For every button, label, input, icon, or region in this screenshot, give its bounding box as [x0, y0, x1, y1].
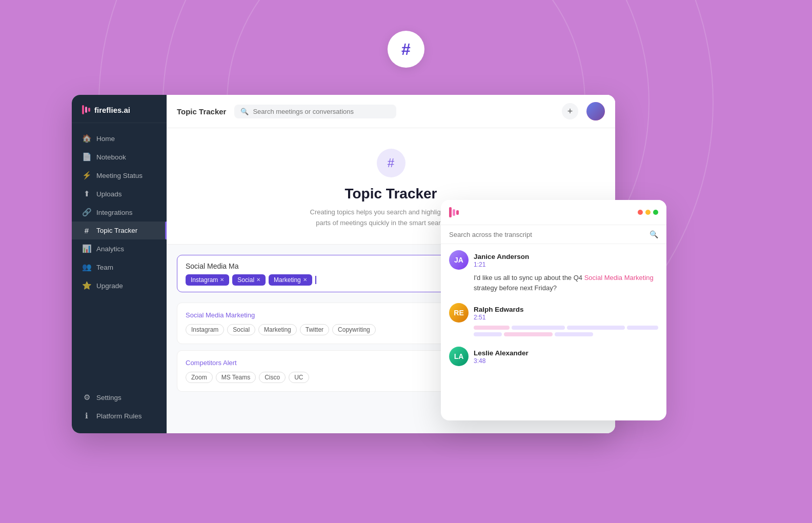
transcript-search-input[interactable]: [449, 231, 645, 238]
sidebar-item-settings[interactable]: ⚙ Settings: [72, 388, 167, 407]
topic-tag-uc[interactable]: UC: [289, 372, 309, 383]
sidebar-item-platform-rules[interactable]: ℹ Platform Rules: [72, 407, 167, 425]
sidebar-item-analytics[interactable]: 📊 Analytics: [72, 239, 167, 258]
upgrade-icon: ⭐: [82, 281, 91, 290]
logo-bar-1: [82, 105, 84, 114]
tag-marketing[interactable]: Marketing ✕: [269, 274, 312, 286]
sidebar-bottom: ⚙ Settings ℹ Platform Rules: [72, 388, 167, 433]
sidebar-item-label-upgrade: Upgrade: [96, 282, 123, 290]
topic-tracker-icon: #: [82, 226, 91, 235]
meeting-status-icon: ⚡: [82, 171, 91, 180]
sidebar-nav: 🏠 Home 📄 Notebook ⚡ Meeting Status ⬆ Upl…: [72, 123, 167, 388]
lbar-3: [567, 326, 625, 330]
minimize-dot[interactable]: [645, 210, 651, 215]
topbar-search-box[interactable]: 🔍: [234, 105, 396, 118]
analytics-icon: 📊: [82, 244, 91, 253]
topic-tag-cisco[interactable]: Cisco: [259, 372, 286, 383]
topic-tag-twitter[interactable]: Twitter: [300, 324, 329, 335]
topic-tag-instagram[interactable]: Instagram: [186, 324, 224, 335]
msg-meta-ralph: Ralph Edwards 2:51: [474, 305, 524, 321]
avatar-initials-janice: JA: [449, 250, 469, 270]
user-avatar[interactable]: [586, 102, 605, 120]
hero-icon: #: [377, 149, 405, 177]
topic-tag-marketing[interactable]: Marketing: [258, 324, 297, 335]
window-control-dots: [638, 210, 658, 215]
integrations-icon: 🔗: [82, 208, 91, 217]
lbar-7: [555, 332, 593, 336]
avatar-initials-ralph: RE: [449, 303, 469, 323]
topbar-title: Topic Tracker: [177, 107, 226, 116]
msg-header-janice: JA Janice Anderson 1:21: [449, 250, 658, 270]
transcript-logo-bar-1: [449, 207, 452, 217]
msg-time-leslie: 3:48: [474, 357, 529, 365]
sidebar-item-upgrade[interactable]: ⭐ Upgrade: [72, 276, 167, 295]
msg-time-ralph: 2:51: [474, 314, 524, 321]
tag-close-instagram[interactable]: ✕: [220, 277, 224, 283]
search-icon: 🔍: [240, 108, 249, 115]
topic-tag-zoom[interactable]: Zoom: [186, 372, 213, 383]
avatar-image: [586, 102, 605, 120]
logo-text: fireflies.ai: [94, 106, 130, 114]
transcript-logo: [449, 207, 459, 217]
tag-label-marketing: Marketing: [274, 276, 301, 284]
tag-instagram[interactable]: Instagram ✕: [186, 274, 229, 286]
topbar: Topic Tracker 🔍 +: [167, 95, 615, 128]
sidebar-item-home[interactable]: 🏠 Home: [72, 129, 167, 148]
top-hash-icon: #: [388, 31, 424, 68]
msg-time-janice: 1:21: [474, 261, 529, 268]
topic-tag-msteams[interactable]: MS Teams: [216, 372, 256, 383]
tag-close-marketing[interactable]: ✕: [303, 277, 307, 283]
sidebar-item-label-uploads: Uploads: [96, 190, 122, 198]
msg-header-ralph: RE Ralph Edwards 2:51: [449, 303, 658, 323]
logo-bar-2: [85, 107, 87, 113]
topic-tag-social[interactable]: Social: [227, 324, 255, 335]
notebook-icon: 📄: [82, 152, 91, 162]
transcript-message-ralph: RE Ralph Edwards 2:51: [449, 303, 658, 336]
transcript-search-bar[interactable]: 🔍: [441, 225, 666, 244]
lbar-1: [474, 326, 510, 330]
search-input[interactable]: [253, 108, 390, 115]
topic-name-competitors: Competitors Alert: [186, 359, 237, 367]
sidebar-item-label-team: Team: [96, 264, 113, 271]
add-button[interactable]: +: [562, 103, 578, 119]
msg-meta-leslie: Leslie Alexander 3:48: [474, 348, 529, 365]
loading-row-2: [474, 332, 658, 336]
topic-name-social-media: Social Media Marketing: [186, 311, 255, 319]
sidebar-item-label-integrations: Integrations: [96, 209, 133, 216]
transcript-search-icon: 🔍: [649, 230, 658, 238]
sidebar-logo: fireflies.ai: [72, 95, 167, 123]
sidebar-item-team[interactable]: 👥 Team: [72, 258, 167, 276]
lbar-6: [504, 332, 553, 336]
sidebar-item-uploads[interactable]: ⬆ Uploads: [72, 185, 167, 203]
sidebar-item-label-analytics: Analytics: [96, 245, 124, 253]
tag-label-social: Social: [237, 276, 254, 284]
msg-name-ralph: Ralph Edwards: [474, 306, 524, 313]
msg-name-janice: Janice Anderson: [474, 253, 529, 260]
msg-text-before-janice: I'd like us all to sync up about the Q4: [474, 274, 584, 281]
uploads-icon: ⬆: [82, 189, 91, 198]
close-dot[interactable]: [638, 210, 643, 215]
team-icon: 👥: [82, 263, 91, 272]
transcript-panel: 🔍 JA Janice Anderson 1:21 I'd like us al…: [441, 200, 666, 420]
tag-close-social[interactable]: ✕: [256, 277, 260, 283]
transcript-message-leslie: LA Leslie Alexander 3:48: [449, 347, 658, 366]
loading-row-1: [474, 326, 658, 330]
text-cursor: [315, 276, 316, 284]
msg-text-after-janice: strategy before next Friday?: [474, 284, 557, 292]
transcript-messages: JA Janice Anderson 1:21 I'd like us all …: [441, 244, 666, 408]
topic-tag-copywriting[interactable]: Copywriting: [332, 324, 376, 335]
sidebar-item-label-notebook: Notebook: [96, 153, 126, 161]
sidebar-item-meeting-status[interactable]: ⚡ Meeting Status: [72, 166, 167, 185]
lbar-5: [474, 332, 502, 336]
sidebar-item-label-platform-rules: Platform Rules: [96, 412, 142, 420]
sidebar-item-label-settings: Settings: [96, 394, 121, 401]
hash-symbol: #: [401, 40, 411, 59]
tag-label-instagram: Instagram: [191, 276, 218, 284]
lbar-4: [627, 326, 658, 330]
tag-social[interactable]: Social ✕: [232, 274, 266, 286]
platform-rules-icon: ℹ: [82, 411, 91, 420]
sidebar-item-topic-tracker[interactable]: # Topic Tracker: [72, 222, 167, 239]
sidebar-item-notebook[interactable]: 📄 Notebook: [72, 148, 167, 166]
sidebar-item-integrations[interactable]: 🔗 Integrations: [72, 203, 167, 222]
maximize-dot[interactable]: [653, 210, 658, 215]
